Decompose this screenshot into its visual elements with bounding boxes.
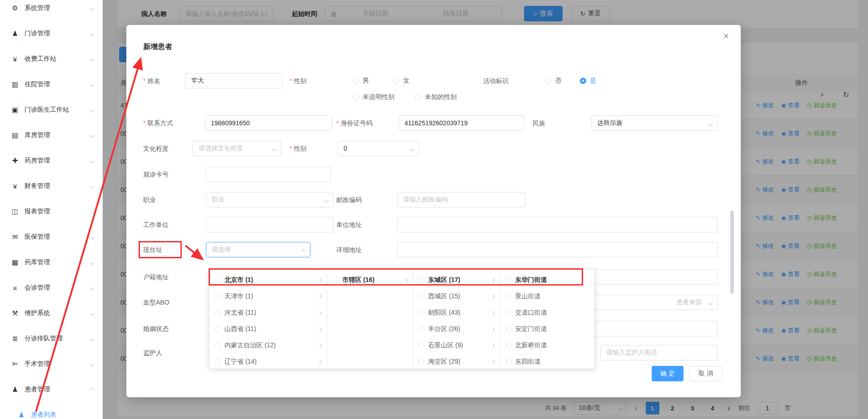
sidebar-item[interactable]: ✉ 医保管理 bbox=[0, 224, 102, 250]
chevron-right-icon bbox=[318, 327, 322, 331]
radio-icon[interactable] bbox=[506, 277, 512, 283]
radio-icon[interactable] bbox=[419, 326, 424, 332]
close-icon[interactable]: × bbox=[723, 31, 729, 41]
sidebar-item-patient-list[interactable]: ♟ 患者列表 bbox=[0, 402, 102, 419]
cascader-option-street[interactable]: 北新桥街道 bbox=[500, 337, 595, 354]
radio-icon[interactable] bbox=[506, 343, 512, 349]
postcode-input[interactable]: 请输入邮政编码 bbox=[397, 192, 526, 207]
work-unit-input[interactable] bbox=[206, 217, 334, 232]
sidebar-item[interactable]: ▥ 住院管理 bbox=[0, 72, 102, 97]
sidebar-item[interactable]: ♟ 患者管理 bbox=[0, 377, 102, 402]
radio-icon[interactable] bbox=[419, 310, 424, 316]
card-number-label: 就诊卡号 bbox=[143, 167, 169, 182]
radio-icon[interactable] bbox=[215, 310, 221, 316]
cascader-option-street[interactable]: 景山街道 bbox=[500, 288, 595, 305]
sidebar-item[interactable]: ✄ 手术管理 bbox=[0, 351, 102, 377]
chevron-right-icon bbox=[318, 278, 322, 282]
sidebar-menu: ⚙ 系统管理 ♟ 门诊管理 ¥ 收费工作站 ▥ 住院管理 ▣ bbox=[0, 0, 102, 419]
sidebar-item-label: 收费工作站 bbox=[25, 55, 91, 63]
sidebar-item[interactable]: ≡ 会诊管理 bbox=[0, 275, 102, 301]
sidebar-item[interactable]: ⚙ 系统管理 bbox=[0, 0, 102, 21]
cascader-option-district[interactable]: 朝阳区 (43) bbox=[413, 305, 500, 321]
sidebar-item[interactable]: ◫ 报表管理 bbox=[0, 199, 102, 224]
sidebar-item[interactable]: ⚒ 维护系统 bbox=[0, 301, 102, 326]
current-address-cascader-trigger[interactable]: 请选择 bbox=[206, 242, 310, 257]
cascader-option-label: 交道口街道 bbox=[515, 309, 589, 317]
detail-address-input[interactable] bbox=[397, 242, 718, 257]
radio-icon[interactable] bbox=[419, 359, 424, 365]
sidebar-item[interactable]: ¥ 收费工作站 bbox=[0, 46, 102, 72]
ethnicity-select[interactable]: 达斡尔族 bbox=[591, 115, 718, 131]
cascader-option-province[interactable]: 辽宁省 (14) bbox=[210, 354, 327, 369]
radio-icon[interactable] bbox=[506, 359, 512, 365]
radio-icon[interactable] bbox=[419, 343, 424, 349]
radio-label: 未知的性别 bbox=[425, 93, 457, 101]
cascader-option-street[interactable]: 东华门街道 bbox=[500, 272, 595, 288]
cascader-option-province[interactable]: 天津市 (1) bbox=[210, 288, 327, 305]
radio-icon[interactable] bbox=[333, 277, 339, 283]
radio-icon[interactable] bbox=[215, 343, 221, 349]
sidebar-item[interactable]: ≣ 分诊排队管理 bbox=[0, 326, 102, 351]
radio-icon bbox=[353, 78, 359, 84]
cascader-option-district[interactable]: 海淀区 (29) bbox=[413, 354, 500, 369]
modal-scrollbar[interactable] bbox=[730, 211, 734, 294]
sidebar-item[interactable]: ▦ 药库管理 bbox=[0, 250, 102, 275]
sidebar-item-icon: ¥ bbox=[11, 182, 19, 190]
chevron-down-icon bbox=[90, 311, 95, 315]
radio-icon[interactable] bbox=[419, 294, 424, 300]
cascader-option-province[interactable]: 河北省 (11) bbox=[210, 305, 327, 321]
sidebar-item[interactable]: ♟ 门诊管理 bbox=[0, 21, 102, 46]
unit-address-input[interactable] bbox=[397, 217, 718, 232]
education-select[interactable]: 请选择文化程度 bbox=[193, 141, 281, 156]
sidebar-item[interactable]: ▤ 库房管理 bbox=[0, 123, 102, 148]
contact-input[interactable]: 19880991650 bbox=[205, 115, 332, 131]
radio-icon[interactable] bbox=[215, 277, 221, 283]
active-flag-radio-yes[interactable]: 是 bbox=[580, 73, 596, 89]
cascader-option-district[interactable]: 东城区 (17) bbox=[413, 272, 500, 288]
radio-icon[interactable] bbox=[215, 359, 221, 365]
radio-icon[interactable] bbox=[506, 310, 512, 316]
cascader-option-street[interactable]: 安定门街道 bbox=[500, 321, 595, 337]
gender-radio-female[interactable]: 女 bbox=[393, 73, 409, 89]
chevron-right-icon bbox=[490, 278, 495, 282]
sidebar-item[interactable]: ✚ 药房管理 bbox=[0, 148, 102, 173]
name-input[interactable]: 牢大 bbox=[185, 73, 282, 89]
id-number-input[interactable]: 411625192602039719 bbox=[399, 115, 524, 131]
cascader-option-street[interactable]: 东四街道 bbox=[500, 354, 595, 369]
radio-icon[interactable] bbox=[506, 294, 512, 300]
radio-icon[interactable] bbox=[506, 326, 512, 332]
gender-radio-unexplained[interactable]: 未说明性别 bbox=[353, 89, 394, 105]
cascader-option-district[interactable]: 丰台区 (26) bbox=[413, 321, 500, 337]
confirm-button[interactable]: 确 定 bbox=[652, 366, 683, 381]
id-number-value: 411625192602039719 bbox=[404, 119, 468, 127]
cascader-district-column: 东城区 (17) 西城区 (15) 朝阳区 (43) 丰台区 (26) bbox=[413, 270, 500, 369]
radio-icon[interactable] bbox=[215, 294, 221, 300]
cascader-option-label: 西城区 (15) bbox=[428, 292, 488, 301]
occupation-select[interactable]: 职业 bbox=[206, 192, 334, 207]
sidebar-item[interactable]: ▣ 门诊医生工作站 bbox=[0, 97, 102, 123]
card-number-input[interactable] bbox=[206, 167, 331, 182]
active-flag-radio-no[interactable]: 否 bbox=[545, 73, 561, 89]
gender-radio-male[interactable]: 男 bbox=[353, 73, 369, 89]
sidebar-item-icon: ♟ bbox=[11, 385, 19, 394]
sidebar-item-icon: ⚙ bbox=[11, 4, 19, 12]
cascader-option-district[interactable]: 石景山区 (9) bbox=[413, 337, 500, 354]
radio-icon[interactable] bbox=[215, 326, 221, 332]
cascader-option-district[interactable]: 西城区 (15) bbox=[413, 288, 500, 305]
cascader-option-province[interactable]: 山西省 (11) bbox=[210, 321, 327, 337]
radio-icon bbox=[393, 78, 399, 84]
cascader-option-province[interactable]: 内蒙古自治区 (12) bbox=[210, 337, 327, 354]
guardian-phone-input[interactable]: 请输入监护人电话 bbox=[600, 345, 718, 360]
sidebar-item[interactable]: ¥ 财务管理 bbox=[0, 173, 102, 199]
cascader-option-province[interactable]: 北京市 (1) bbox=[210, 272, 327, 288]
chevron-down-icon bbox=[90, 133, 95, 138]
cancel-button[interactable]: 取 消 bbox=[689, 366, 722, 381]
cascader-option-city[interactable]: 市辖区 (16) bbox=[327, 272, 413, 288]
cascader-option-street[interactable]: 交道口街道 bbox=[500, 305, 595, 321]
sidebar-item-label: 系统管理 bbox=[25, 4, 91, 12]
gender-radio-unknown[interactable]: 未知的性别 bbox=[415, 89, 457, 105]
household-address-label: 户籍地址 bbox=[143, 269, 169, 285]
radio-icon[interactable] bbox=[419, 277, 424, 283]
gender2-select[interactable]: 0 bbox=[338, 141, 419, 156]
chevron-right-icon bbox=[490, 327, 495, 331]
